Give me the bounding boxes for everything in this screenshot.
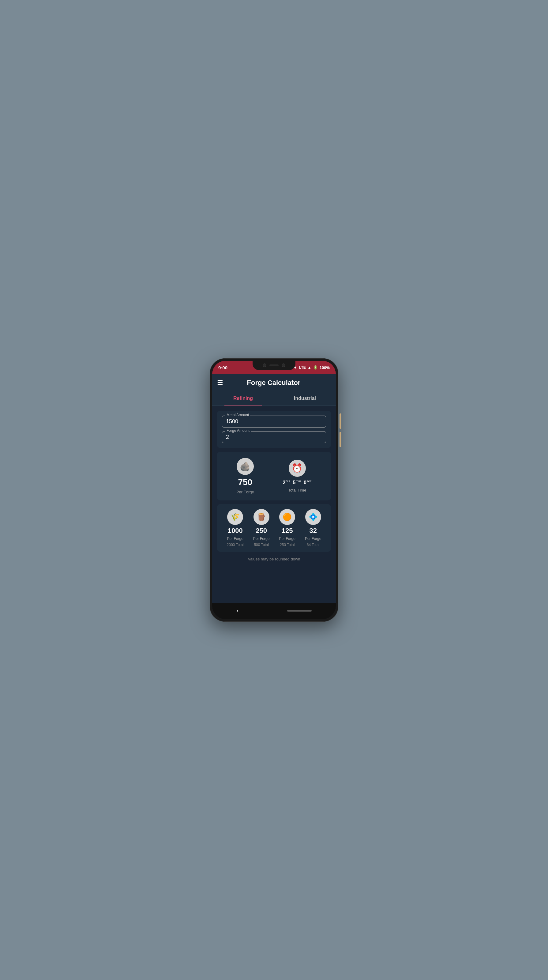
forge-amount-field[interactable]: Forge Amount	[222, 431, 326, 443]
gem-icon: 💠	[305, 509, 321, 525]
status-icons: ▼ LTE ▲ 🔋 100%	[293, 365, 330, 370]
material-total-3: 64 Total	[307, 542, 319, 547]
input-section: Metal Amount Forge Amount	[217, 411, 331, 448]
status-bar: 9:00 ▼ LTE ▲ 🔋 100%	[212, 361, 336, 374]
ore-icon: 🪨	[237, 458, 254, 475]
total-time-label: Total Time	[288, 488, 306, 492]
app-title: Forge Calculator	[228, 379, 319, 387]
lte-label: LTE	[299, 365, 306, 370]
per-forge-result: 🪨 750 Per Forge	[236, 458, 254, 494]
home-pill[interactable]	[287, 610, 312, 612]
phone-screen: 9:00 ▼ LTE ▲ 🔋 100% ☰ Forge Calculator R…	[212, 361, 336, 619]
battery-percent: 100%	[319, 365, 330, 370]
materials-section: 🌾 1000 Per Forge 2000 Total 🪵 250 Per Fo…	[217, 504, 331, 552]
notch	[253, 361, 295, 370]
material-item-3: 💠 32 Per Forge 64 Total	[305, 509, 321, 547]
per-forge-value: 750	[238, 477, 252, 487]
tab-industrial[interactable]: Industrial	[274, 391, 336, 406]
forge-amount-input[interactable]	[226, 434, 322, 441]
material-per-forge-3: Per Forge	[305, 536, 321, 541]
time-display: 2hrs 5min 0sec	[283, 479, 312, 485]
material-total-2: 250 Total	[280, 542, 295, 547]
material-total-1: 500 Total	[254, 542, 269, 547]
results-section: 🪨 750 Per Forge ⏰ 2hrs 5min 0sec Total T…	[217, 452, 331, 500]
notch-sensor	[269, 364, 279, 366]
per-forge-label: Per Forge	[236, 490, 254, 494]
front-camera-2	[282, 364, 285, 367]
material-value-3: 32	[309, 527, 316, 535]
bottom-nav: ‹	[212, 603, 336, 619]
menu-icon[interactable]: ☰	[217, 379, 223, 386]
material-value-0: 1000	[228, 527, 243, 535]
total-time-result: ⏰ 2hrs 5min 0sec Total Time	[283, 460, 312, 492]
forge-amount-label: Forge Amount	[226, 428, 251, 433]
material-total-0: 2000 Total	[227, 542, 244, 547]
phone-device: 9:00 ▼ LTE ▲ 🔋 100% ☰ Forge Calculator R…	[210, 358, 338, 622]
material-value-1: 250	[256, 527, 267, 535]
material-value-2: 125	[282, 527, 293, 535]
app-bar: ☰ Forge Calculator	[212, 374, 336, 391]
volume-up-button[interactable]	[340, 414, 342, 429]
timer-icon: ⏰	[289, 460, 306, 477]
material-per-forge-2: Per Forge	[279, 536, 295, 541]
tabs-container: Refining Industrial	[212, 391, 336, 406]
metal-amount-field[interactable]: Metal Amount	[222, 415, 326, 428]
battery-icon: 🔋	[313, 365, 318, 370]
wood-icon: 🌾	[227, 509, 243, 525]
material-per-forge-0: Per Forge	[227, 536, 243, 541]
material-item-1: 🪵 250 Per Forge 500 Total	[253, 509, 269, 547]
main-content: Metal Amount Forge Amount 🪨 750 Per Forg…	[212, 406, 336, 603]
stick-icon: 🪵	[254, 509, 269, 525]
front-camera	[263, 364, 266, 367]
sulfur-icon: 🟠	[279, 509, 295, 525]
signal-icon: ▲	[308, 365, 311, 370]
metal-amount-input[interactable]	[226, 418, 322, 425]
seconds-value: 0	[304, 480, 307, 485]
material-item-0: 🌾 1000 Per Forge 2000 Total	[227, 509, 244, 547]
material-per-forge-1: Per Forge	[253, 536, 269, 541]
material-item-2: 🟠 125 Per Forge 250 Total	[279, 509, 295, 547]
metal-amount-label: Metal Amount	[226, 413, 250, 417]
status-time: 9:00	[218, 365, 227, 370]
tab-refining[interactable]: Refining	[212, 391, 274, 406]
disclaimer-text: Values may be rounded down	[217, 555, 331, 563]
back-button[interactable]: ‹	[237, 608, 238, 614]
volume-down-button[interactable]	[340, 432, 342, 447]
